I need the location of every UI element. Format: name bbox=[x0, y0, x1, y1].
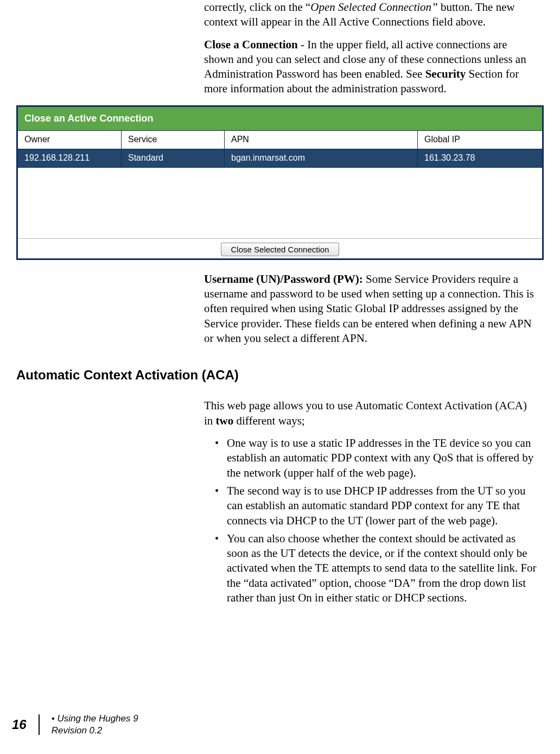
aca-heading: Automatic Context Activation (ACA) bbox=[16, 366, 544, 383]
table-row[interactable]: 192.168.128.211 Standard bgan.inmarsat.c… bbox=[18, 149, 542, 168]
list-item: You can also choose whether the context … bbox=[215, 531, 538, 605]
cell-service: Standard bbox=[121, 149, 224, 167]
aca-bullet-list: One way is to use a static IP addresses … bbox=[215, 436, 538, 605]
table-header-row: Owner Service APN Global IP bbox=[18, 131, 542, 149]
col-header-owner: Owner bbox=[18, 131, 121, 149]
panel-title: Close an Active Connection bbox=[18, 107, 542, 131]
aca-intro: This web page allows you to use Automati… bbox=[204, 398, 538, 428]
page-number: 16 bbox=[12, 714, 40, 735]
close-connection-paragraph: Close a Connection - In the upper field,… bbox=[204, 37, 538, 97]
table-empty-area bbox=[18, 168, 542, 238]
close-selected-connection-button[interactable]: Close Selected Connection bbox=[221, 243, 340, 256]
footer-line1: Using the Hughes 9 bbox=[52, 713, 138, 724]
cell-global-ip: 161.30.23.78 bbox=[417, 149, 542, 167]
footer-line2: Revision 0.2 bbox=[52, 725, 103, 736]
cell-apn: bgan.inmarsat.com bbox=[224, 149, 417, 167]
unpw-paragraph: Username (UN)/Password (PW): Some Servic… bbox=[204, 272, 538, 346]
page-footer: 16 Using the Hughes 9 Revision 0.2 bbox=[12, 713, 138, 737]
cell-owner: 192.168.128.211 bbox=[18, 149, 121, 167]
col-header-global-ip: Global IP bbox=[417, 131, 542, 149]
list-item: One way is to use a static IP addresses … bbox=[215, 436, 538, 480]
list-item: The second way is to use DHCP IP address… bbox=[215, 484, 538, 528]
footer-text: Using the Hughes 9 Revision 0.2 bbox=[40, 713, 138, 737]
col-header-apn: APN bbox=[224, 131, 417, 149]
intro-continuation: correctly, click on the “Open Selected C… bbox=[204, 0, 538, 30]
close-connection-panel: Close an Active Connection Owner Service… bbox=[16, 105, 544, 260]
button-row: Close Selected Connection bbox=[18, 238, 542, 258]
col-header-service: Service bbox=[121, 131, 224, 149]
